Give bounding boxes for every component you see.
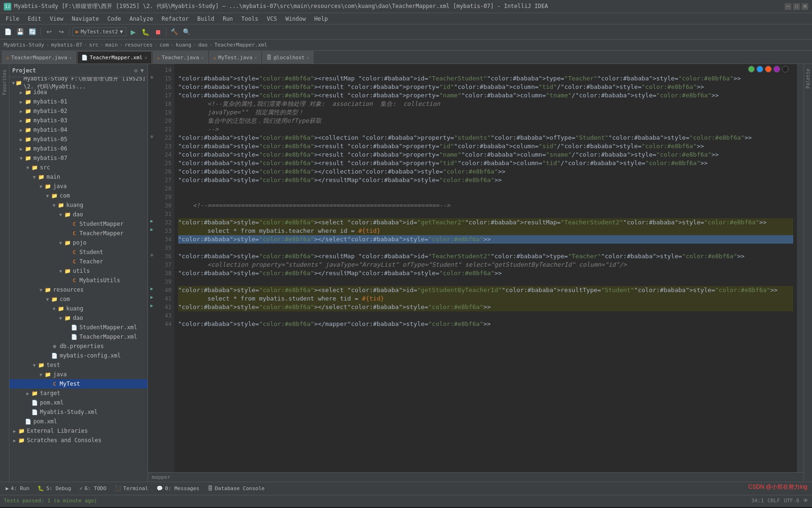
editor-scrollbar[interactable] [797,64,804,472]
tree-item[interactable]: ▼📁java [9,182,148,191]
code-content[interactable]: "color:#bababa">style="color:#e8bf6a"><r… [174,64,797,472]
tree-item[interactable]: 📄pom.xml [9,417,148,426]
stop-button[interactable]: ⏹ [153,27,163,37]
tab-close-button[interactable]: ✕ [144,55,147,60]
tree-item[interactable]: 📄TeacherMapper.xml [9,332,148,341]
menu-item-analyze[interactable]: Analyze [125,15,157,23]
menu-item-refactor[interactable]: Refactor [158,15,193,23]
undo-button[interactable]: ↩ [44,27,54,37]
todo-tab[interactable]: ✓ 6: TODO [76,483,110,494]
tree-item[interactable]: ▼📁main [9,172,148,182]
breadcrumb-dao[interactable]: dao [198,42,208,48]
window-controls[interactable]: ─ □ ✕ [785,3,808,10]
tree-item[interactable]: CStudent [9,247,148,257]
tree-item[interactable]: ▼📁src [9,163,148,172]
tab-teacher-java[interactable]: ☕ Teacher.java ✕ [153,51,208,64]
menu-item-build[interactable]: Build [194,15,218,23]
messages-tab[interactable]: 💬 0: Messages [153,483,203,494]
tree-item[interactable]: ▼📁java [9,370,148,379]
tree-item[interactable]: 📄Myabtis-Study.xml [9,407,148,417]
tree-item[interactable]: CMybatisUtils [9,276,148,285]
breadcrumb-mybatis07[interactable]: mybatis-07 [51,42,82,48]
menu-item-code[interactable]: Code [104,15,125,23]
menu-item-window[interactable]: Window [281,15,309,23]
tree-item[interactable]: 📄mybatis-config.xml [9,351,148,360]
tree-item[interactable]: ▶📁mybatis-03 [9,116,148,125]
tree-item[interactable]: ▼📁Myabtis-Study F:\班级管理\西开 [19525] \2. 代… [9,78,148,87]
search-button[interactable]: 🔍 [181,27,192,37]
tab-close-button[interactable]: ✕ [69,55,72,60]
tree-item[interactable]: CStudentMapper [9,219,148,229]
tree-item[interactable]: ▶📁mybatis-02 [9,106,148,116]
tree-item[interactable]: ▼📁dao [9,313,148,323]
project-tree[interactable]: ▼📁Myabtis-Study F:\班级管理\西开 [19525] \2. 代… [9,77,148,482]
tree-item[interactable]: ▶📁mybatis-06 [9,144,148,153]
tree-item[interactable]: ▶📁External Libraries [9,426,148,436]
tab-mytest-java[interactable]: ☕ MyTest.java ✕ [209,51,262,64]
build-button[interactable]: 🔨 [169,27,180,37]
menu-item-vcs[interactable]: VCS [263,15,281,23]
menu-item-navigate[interactable]: Navigate [68,15,103,23]
tree-item[interactable]: ▼📁resources [9,285,148,294]
tree-item[interactable]: ▶📁mybatis-01 [9,97,148,106]
save-button[interactable]: 💾 [15,27,25,37]
gutter-line [148,318,156,326]
breadcrumb-com[interactable]: com [159,42,169,48]
breadcrumb-src[interactable]: src [89,42,99,48]
tree-item[interactable]: ▶📁target [9,389,148,398]
breadcrumb-main[interactable]: main [105,42,118,48]
menu-item-edit[interactable]: Edit [24,15,45,23]
tab-close-button[interactable]: ✕ [254,55,257,60]
tree-item[interactable]: ▼📁dao [9,210,148,219]
tree-item[interactable]: ▼📁utils [9,266,148,276]
run-config-selector[interactable]: ▶ MyTest.test2 ▼ [72,27,126,36]
new-file-button[interactable]: 📄 [3,27,13,37]
favorites-tab[interactable]: Favorites [0,66,8,99]
tree-item[interactable]: ▶📁mybatis-04 [9,125,148,135]
terminal-tab[interactable]: ⬛ Terminal [111,483,152,494]
tree-item[interactable]: ▼📁kuang [9,200,148,210]
tree-item[interactable]: ▼📁test [9,360,148,370]
menu-item-tools[interactable]: Tools [238,15,262,23]
menu-item-view[interactable]: View [46,15,67,23]
sidebar-settings-btn[interactable]: ⚙ [133,66,139,75]
tree-item[interactable]: ▼📁kuang [9,304,148,313]
tab-teachermapper-java[interactable]: ☕ TeacherMapper.java ✕ [2,51,76,64]
tree-item[interactable]: ▶📁mybatis-05 [9,135,148,144]
tree-item[interactable]: 📄pom.xml [9,398,148,407]
db-console-tab[interactable]: 🗄 Database Console [204,483,268,494]
debug-button[interactable]: 🐛 [141,27,151,37]
tree-item[interactable]: ▼📁mybatis-07 [9,153,148,163]
sidebar-collapse-btn[interactable]: ▼ [140,66,145,75]
run-button[interactable]: ▶ [128,27,139,37]
tree-item[interactable]: ▼📁com [9,294,148,304]
menu-item-help[interactable]: Help [311,15,332,23]
sync-button[interactable]: 🔄 [27,27,38,37]
tree-item[interactable]: CTeacherMapper [9,229,148,238]
toolbar: 📄 💾 🔄 ↩ ↪ ▶ MyTest.test2 ▼ ▶ 🐛 ⏹ 🔨 🔍 [0,24,812,40]
tree-item[interactable]: ▶📁Scratches and Consoles [9,436,148,445]
redo-button[interactable]: ↪ [56,27,66,37]
breadcrumb-kuang[interactable]: kuang [176,42,191,48]
close-button[interactable]: ✕ [802,3,808,10]
tree-item[interactable]: CMyTest [9,379,148,389]
tab-close-button[interactable]: ✕ [306,55,309,60]
palette-tab[interactable]: Palette [804,66,812,91]
tab-teachermapper-xml[interactable]: 📄 TeacherMapper.xml ✕ [77,51,152,64]
tree-item[interactable]: ⚙db.properties [9,341,148,351]
menu-item-file[interactable]: File [2,15,23,23]
tree-item[interactable]: CTeacher [9,257,148,266]
tree-item[interactable]: ▼📁pojo [9,238,148,247]
breadcrumb-myabtis[interactable]: Myabtis-Study [4,42,44,48]
maximize-button[interactable]: □ [793,3,800,10]
tree-item[interactable]: ▼📁com [9,191,148,200]
run-tab[interactable]: ▶ 4: Run [2,483,33,494]
breadcrumb-resources[interactable]: resources [125,42,153,48]
tab-close-button[interactable]: ✕ [201,55,204,60]
tree-item[interactable]: 📄StudentMapper.xml [9,323,148,332]
tab-localhost[interactable]: 🗄 @localhost ✕ [262,51,313,64]
debug-tab[interactable]: 🐛 5: Debug [34,483,75,494]
menu-item-run[interactable]: Run [219,15,237,23]
minimize-button[interactable]: ─ [785,3,791,10]
breadcrumb-file[interactable]: TeacherMapper.xml [214,42,267,48]
